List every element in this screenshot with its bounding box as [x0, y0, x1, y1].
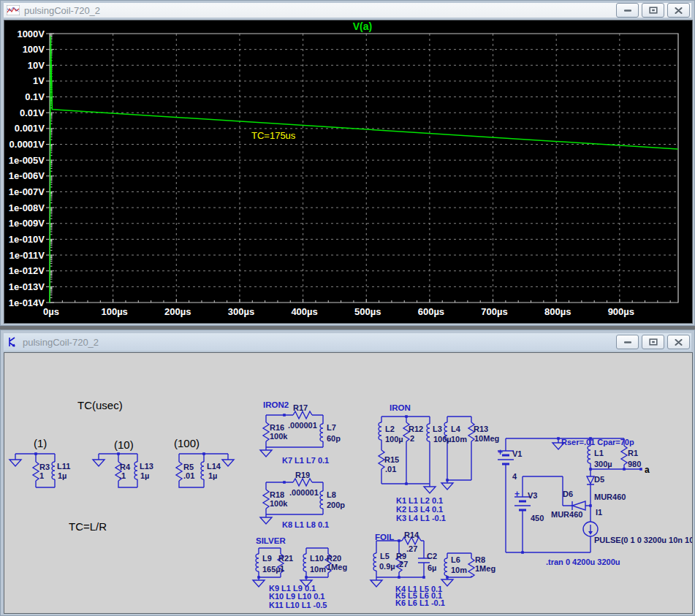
minimize-icon — [623, 7, 632, 14]
y-axis-label: 1e-009V — [9, 218, 45, 229]
schematic-label: a — [645, 465, 650, 475]
restore-button[interactable] — [642, 3, 664, 18]
waveform-titlebar[interactable]: pulsingCoil-720_2 — [4, 3, 691, 18]
schematic-label: 450 — [531, 514, 544, 522]
y-axis-label: 10V — [28, 60, 45, 71]
schematic-label: R4 — [120, 463, 131, 471]
schematic-label: K8 L1 L8 0.1 — [282, 520, 329, 529]
schematic-label: IRON — [390, 403, 411, 412]
schematic-label: L6 — [451, 555, 460, 564]
schematic-label: .000001 — [288, 421, 317, 430]
schematic-label: R13 — [474, 425, 488, 433]
schematic-label: 10m — [451, 435, 467, 444]
schematic-label: 300µ — [594, 460, 612, 468]
schematic-label: K6 L6 L1 -0.1 — [395, 598, 445, 607]
schematic-label: + — [514, 489, 520, 499]
minimize-icon — [623, 339, 632, 346]
plot-trace-title[interactable]: V(a) — [353, 20, 372, 32]
schematic-label: MUR460 — [594, 493, 626, 501]
close-button[interactable] — [667, 3, 690, 18]
restore-button[interactable] — [642, 335, 664, 349]
y-axis-label: 0.001V — [15, 123, 45, 134]
schematic-label: 165µ — [262, 565, 281, 574]
schematic-window-title: pulsingCoil-720_2 — [23, 337, 616, 348]
trace-V(a)[interactable] — [50, 36, 678, 303]
schematic-label: (1) — [34, 437, 47, 449]
schematic-label: 200p — [327, 501, 345, 509]
schematic-label: R19 — [295, 471, 310, 479]
schematic-label: 1µ — [140, 471, 149, 480]
minimize-button[interactable] — [616, 3, 639, 18]
schematic-label: K7 L1 L7 0.1 — [282, 456, 329, 465]
y-axis-label: 1e-005V — [9, 155, 45, 166]
schematic-label: L1 — [594, 449, 604, 457]
y-axis-label: 1000V — [17, 28, 45, 39]
y-axis-labels: 1000V100V10V1V0.1V0.01V0.001V0.0001V1e-0… — [9, 28, 45, 308]
schematic-label: L5 — [380, 552, 390, 560]
schematic-label: SILVER — [256, 536, 286, 545]
close-button[interactable] — [667, 335, 690, 349]
schematic-label: R21 — [278, 554, 293, 563]
grid-lines — [50, 34, 678, 303]
schematic-titlebar[interactable]: pulsingCoil-720_2 — [4, 333, 691, 351]
schematic-label: I1 — [596, 508, 602, 517]
schematic-label: .1 — [119, 471, 126, 480]
schematic-label: IRON2 — [263, 400, 289, 409]
schematic-label: 1Meg — [475, 564, 495, 573]
schematic-label: 100k — [270, 499, 288, 508]
schematic-area[interactable]: TC(usec)(1)(10)(100)TC=L/RaR31L111µR4.1L… — [4, 352, 693, 614]
x-axis-label: 900µs — [608, 306, 634, 317]
schematic-label: 1 — [39, 471, 44, 480]
schematic-label: + — [498, 447, 503, 457]
schematic-window: pulsingCoil-720_2 — [0, 330, 695, 616]
schematic-label: V3 — [528, 491, 537, 500]
schematic-label: 1Meg — [327, 563, 347, 571]
plot-area[interactable]: 1000V100V10V1V0.1V0.01V0.001V0.0001V1e-0… — [4, 20, 693, 324]
minimize-button[interactable] — [616, 335, 639, 349]
schematic-label: L10 — [310, 554, 324, 563]
schematic-label: 1 — [280, 564, 284, 573]
schematic-label: R18 — [270, 490, 284, 499]
schematic-canvas: TC(usec)(1)(10)(100)TC=L/RaR31L111µR4.1L… — [4, 353, 692, 613]
schematic-label: R16 — [270, 423, 284, 432]
schematic-label: .27 — [406, 544, 417, 553]
schematic-label: (10) — [114, 438, 134, 451]
schematic-label: .tran 0 4200u 3200u — [546, 558, 620, 566]
ltspice-desktop: { "colors": { "plot_bg": "#000000", "gri… — [0, 0, 695, 616]
schematic-label: L11 — [57, 462, 70, 471]
plot-frame — [50, 34, 678, 303]
x-axis-label: 100µs — [101, 306, 127, 317]
schematic-label: 10m — [451, 566, 467, 574]
plot-canvas: 1000V100V10V1V0.1V0.01V0.001V0.0001V1e-0… — [4, 20, 692, 323]
y-axis-label: 0.01V — [20, 107, 45, 118]
x-axis-label: 200µs — [164, 306, 191, 317]
plot-annotation: TC=175us — [251, 130, 296, 141]
schematic-label: L14 — [207, 462, 221, 471]
schematic-labels: TC(usec)(1)(10)(100)TC=L/RaR31L111µR4.1L… — [34, 399, 692, 609]
y-axis-label: 1e-011V — [10, 250, 45, 261]
schematic-label: R17 — [293, 403, 308, 412]
x-axis-labels: 0µs100µs200µs300µs400µs500µs600µs700µs80… — [43, 306, 634, 317]
x-axis-label: 700µs — [481, 306, 507, 317]
schematic-label: K10 L9 L10 0.1 — [269, 592, 324, 601]
schematic-label: D5 — [594, 475, 604, 484]
schematic-label: R1 — [628, 449, 638, 457]
schematic-label: (100) — [174, 437, 200, 449]
schematic-label: K11 L10 L1 -0.5 — [269, 601, 327, 609]
schematic-label: 10Meg — [474, 434, 499, 443]
schematic-label: 6µ — [428, 563, 436, 572]
waveform-window: pulsingCoil-720_2 1000V100V10V1V0.1V0.01… — [0, 0, 695, 326]
schematic-label: 1µ — [208, 471, 217, 480]
circuit-tc10[interactable] — [93, 454, 137, 487]
schematic-label: PULSE(0 1 0 3200u 10n 10n 5m 1) — [594, 536, 692, 544]
axis-ticks — [46, 34, 670, 303]
diode-d5 — [587, 476, 594, 484]
y-axis-label: 1e-007V — [9, 186, 45, 197]
restore-icon — [649, 338, 658, 346]
schematic-label: R14 — [404, 531, 419, 539]
schematic-label: .01 — [385, 465, 396, 474]
schematic-label: 4 — [512, 472, 517, 481]
schematic-label: R12 — [409, 425, 423, 433]
restore-icon — [649, 7, 658, 14]
schematic-label: .27 — [397, 560, 408, 569]
